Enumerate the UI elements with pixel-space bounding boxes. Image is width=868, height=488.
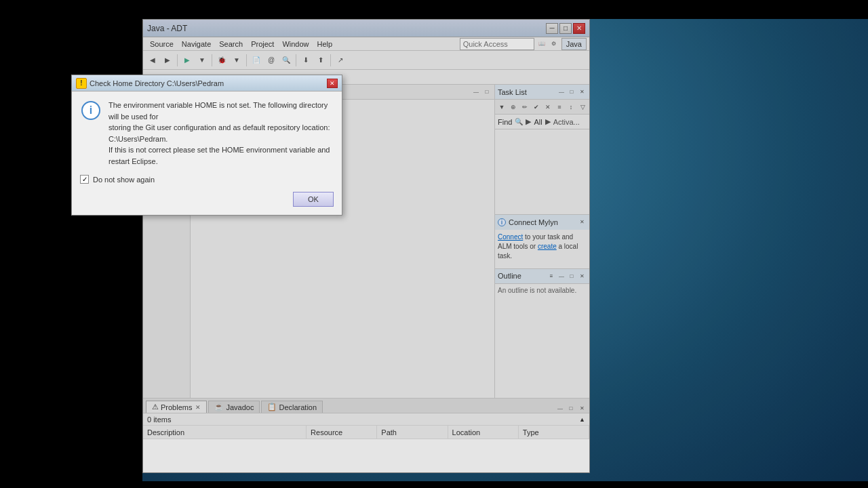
task-list-controls: — □ ✕ bbox=[557, 87, 587, 97]
tab-declaration-label: Declaration bbox=[279, 403, 317, 411]
task-list-panel: Task List — □ ✕ ▼ ⊕ ✏ ✔ ✕ ≡ ↕ ▽ bbox=[495, 85, 589, 215]
task-btn1[interactable]: ⊕ bbox=[508, 102, 519, 113]
debug-dropdown[interactable]: ▼ bbox=[230, 54, 243, 67]
mylyn-create-link[interactable]: create bbox=[538, 243, 557, 250]
find-arrow2[interactable]: ▶ bbox=[545, 117, 551, 126]
outline-maximize[interactable]: □ bbox=[567, 271, 576, 281]
sep3 bbox=[246, 54, 247, 66]
window-title: Java - ADT bbox=[147, 24, 187, 33]
find-arrow1[interactable]: ▶ bbox=[526, 117, 531, 126]
menu-navigate[interactable]: Navigate bbox=[178, 39, 215, 49]
gear-icon: ⚙ bbox=[549, 39, 559, 49]
ok-button[interactable]: OK bbox=[293, 192, 334, 207]
menu-search[interactable]: Search bbox=[215, 39, 247, 49]
outline-close[interactable]: ✕ bbox=[577, 271, 587, 281]
dialog-title-area: ! Check Home Directory C:\Users\Pedram bbox=[76, 78, 224, 89]
run-dropdown[interactable]: ▼ bbox=[195, 54, 209, 67]
find-activa[interactable]: Activa... bbox=[553, 118, 580, 126]
title-controls: ─ □ ✕ bbox=[546, 23, 585, 34]
task-filter-btn[interactable]: ▼ bbox=[496, 102, 507, 113]
perspective-java-button[interactable]: Java bbox=[561, 38, 587, 50]
tab-problems-close[interactable]: ✕ bbox=[195, 404, 201, 411]
debug-btn[interactable]: 🐞 bbox=[215, 54, 229, 67]
task-btn3[interactable]: ✔ bbox=[531, 102, 542, 113]
task-list-close[interactable]: ✕ bbox=[577, 87, 587, 97]
mylyn-connect-link[interactable]: Connect bbox=[498, 233, 523, 241]
bottom-panel: ⚠ Problems ✕ ☕ Javadoc 📋 Declaration — □… bbox=[143, 398, 589, 472]
tab-declaration[interactable]: 📋 Declaration bbox=[261, 401, 323, 413]
do-not-show-checkbox[interactable]: ✓ bbox=[80, 175, 89, 184]
dialog-info-row: i The environment variable HOME is not s… bbox=[80, 100, 334, 167]
dialog-message: The environment variable HOME is not set… bbox=[108, 100, 334, 167]
dialog-title: Check Home Directory C:\Users\Pedram bbox=[90, 79, 224, 87]
bottom-close[interactable]: ✕ bbox=[577, 403, 587, 413]
back-btn[interactable]: ◀ bbox=[146, 54, 159, 67]
outline-title: Outline bbox=[498, 272, 521, 280]
maximize-button[interactable]: □ bbox=[559, 23, 572, 34]
task-btn2[interactable]: ✏ bbox=[519, 102, 530, 113]
bottom-status: 0 items ▲ bbox=[143, 413, 589, 426]
tab-problems[interactable]: ⚠ Problems ✕ bbox=[146, 401, 207, 413]
task-btn4[interactable]: ✕ bbox=[542, 102, 553, 113]
tab-declaration-icon: 📋 bbox=[267, 403, 277, 411]
menu-project[interactable]: Project bbox=[247, 39, 278, 49]
prev-annotation[interactable]: ⬆ bbox=[314, 54, 328, 67]
bottom-collapse-btn[interactable]: ▲ bbox=[579, 416, 585, 423]
task-btn7[interactable]: ▽ bbox=[577, 102, 588, 113]
task-list-header: Task List — □ ✕ bbox=[495, 85, 589, 100]
outline-minimize[interactable]: — bbox=[557, 271, 566, 281]
menu-bar: Source Navigate Search Project Window He… bbox=[143, 37, 589, 51]
task-btn5[interactable]: ≡ bbox=[554, 102, 565, 113]
mylyn-close-btn[interactable]: ✕ bbox=[577, 218, 587, 227]
sep4 bbox=[296, 54, 296, 66]
table-header: Description Resource Path Location Type bbox=[143, 426, 589, 439]
outline-panel: Outline ≡ — □ ✕ An outline is not availa… bbox=[495, 269, 589, 399]
tab-javadoc[interactable]: ☕ Javadoc bbox=[208, 401, 260, 413]
forward-btn[interactable]: ▶ bbox=[161, 54, 174, 67]
minimize-button[interactable]: ─ bbox=[546, 23, 558, 34]
next-annotation[interactable]: ⬇ bbox=[299, 54, 313, 67]
bottom-content: 0 items ▲ Description Resource Path Loca… bbox=[143, 413, 589, 472]
book-icon: 📖 bbox=[537, 39, 547, 49]
menu-help[interactable]: Help bbox=[313, 39, 337, 49]
menu-source[interactable]: Source bbox=[146, 39, 178, 49]
tab-javadoc-icon: ☕ bbox=[214, 403, 224, 411]
find-icon[interactable]: 🔍 bbox=[515, 118, 523, 125]
sep5 bbox=[330, 54, 331, 66]
mylyn-content: Connect to your task and ALM tools or cr… bbox=[495, 230, 589, 268]
outline-message: An outline is not available. bbox=[498, 287, 576, 294]
find-all[interactable]: All bbox=[534, 118, 542, 126]
outline-btn1[interactable]: ≡ bbox=[547, 271, 556, 281]
mylyn-info-icon: i bbox=[498, 218, 506, 226]
task-btn6[interactable]: ↕ bbox=[566, 102, 576, 113]
find-label: Find bbox=[498, 118, 512, 126]
col-location: Location bbox=[448, 426, 519, 439]
dialog-msg-line4: If this is not correct please set the HO… bbox=[108, 146, 330, 165]
bottom-minimize[interactable]: — bbox=[555, 403, 565, 413]
search-btn[interactable]: 🔍 bbox=[279, 54, 293, 67]
mylyn-title: i Connect Mylyn bbox=[498, 218, 558, 226]
mylyn-title-text: Connect Mylyn bbox=[509, 218, 558, 226]
task-toolbar: ▼ ⊕ ✏ ✔ ✕ ≡ ↕ ▽ bbox=[495, 100, 589, 115]
find-row: Find 🔍 ▶ All ▶ Activa... bbox=[495, 115, 589, 129]
export-btn[interactable]: ↗ bbox=[334, 54, 347, 67]
center-maximize-btn[interactable]: □ bbox=[482, 87, 492, 97]
run-btn[interactable]: ▶ bbox=[180, 54, 194, 67]
close-button[interactable]: ✕ bbox=[573, 23, 585, 34]
dialog-close-button[interactable]: ✕ bbox=[327, 79, 338, 88]
info-circle-icon: i bbox=[81, 101, 100, 120]
menu-window[interactable]: Window bbox=[278, 39, 313, 49]
task-list-minimize[interactable]: — bbox=[557, 87, 566, 97]
new-btn[interactable]: 📄 bbox=[250, 54, 263, 67]
center-minimize-btn[interactable]: — bbox=[471, 87, 481, 97]
task-list-maximize[interactable]: □ bbox=[567, 87, 576, 97]
tab-problems-label: Problems bbox=[161, 403, 192, 411]
quick-access-input[interactable] bbox=[460, 38, 534, 50]
bottom-maximize[interactable]: □ bbox=[566, 403, 576, 413]
open-type-btn[interactable]: @ bbox=[264, 54, 278, 67]
items-count: 0 items bbox=[147, 415, 171, 424]
check-home-dialog: ! Check Home Directory C:\Users\Pedram ✕… bbox=[71, 75, 342, 216]
quick-access-area: 📖 ⚙ Java bbox=[460, 38, 587, 50]
tab-javadoc-label: Javadoc bbox=[226, 403, 254, 411]
task-list-title: Task List bbox=[498, 88, 527, 96]
